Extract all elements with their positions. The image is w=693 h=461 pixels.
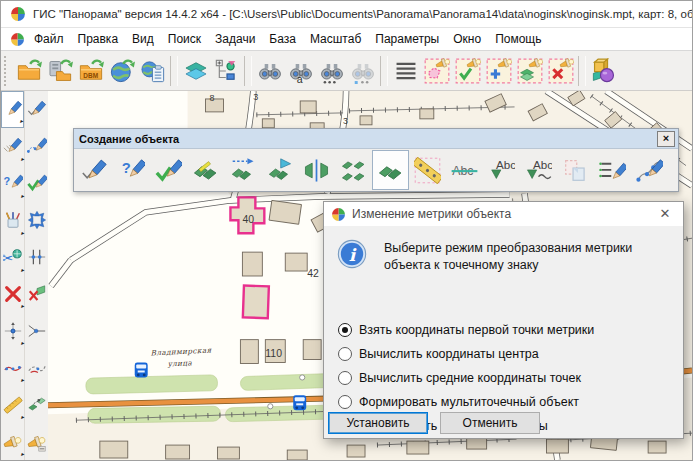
- mode-radio-option[interactable]: Вычислить координаты центра: [338, 342, 594, 366]
- highlight-clear-icon[interactable]: [545, 54, 576, 88]
- create-by-list-icon[interactable]: [594, 150, 631, 190]
- create-sign-flag-icon[interactable]: [261, 150, 298, 190]
- radio-label: Вычислить средние координаты точек: [359, 371, 581, 385]
- svg-text:DBM: DBM: [83, 71, 98, 78]
- create-query-pencil-icon[interactable]: ?: [113, 150, 150, 190]
- open-dbm-icon[interactable]: DBM: [75, 54, 106, 88]
- radio-icon[interactable]: [338, 323, 352, 337]
- scissors-icon[interactable]: ✂▸: [1, 239, 24, 276]
- query-pencil-icon[interactable]: ?▸: [1, 165, 24, 202]
- text-title-icon[interactable]: Abc: [483, 150, 520, 190]
- dropdown-arrow-icon: ▸: [21, 377, 24, 383]
- open-internet-map-icon[interactable]: [106, 54, 137, 88]
- text-strike-icon[interactable]: Abc: [446, 150, 483, 190]
- edit-pencil-icon[interactable]: ▸: [1, 91, 24, 128]
- create-sign-line-icon[interactable]: [187, 150, 224, 190]
- mode-radio-option[interactable]: Формировать мультиточечный объект: [338, 390, 594, 414]
- flashlight-select-icon[interactable]: [25, 423, 48, 460]
- open-map-folder-icon[interactable]: [13, 54, 44, 88]
- toolbar-grip[interactable]: [4, 56, 10, 86]
- menu-item[interactable]: Параметры: [368, 30, 446, 48]
- copy-sign-icon[interactable]: [25, 386, 48, 423]
- radio-label: Взять координаты первой точки метрики: [359, 323, 594, 337]
- edit-curve-icon[interactable]: ▸: [1, 349, 24, 386]
- move-point-icon[interactable]: ▸: [1, 312, 24, 349]
- dialog-button[interactable]: Отменить: [440, 412, 540, 434]
- check-pencil-icon[interactable]: [25, 91, 48, 128]
- menu-item[interactable]: Задачи: [208, 30, 262, 48]
- highlight-accept-icon[interactable]: [452, 54, 483, 88]
- find-by-name-icon[interactable]: a: [285, 54, 316, 88]
- flashlight-icon[interactable]: ▸: [1, 423, 24, 460]
- svg-text:?: ?: [122, 159, 131, 175]
- dropdown-arrow-icon: ▸: [21, 340, 24, 346]
- toolbar-separator: [380, 56, 388, 86]
- find-icon[interactable]: [254, 54, 285, 88]
- open-database-icon[interactable]: [44, 54, 75, 88]
- main-toolbar: DBMa: [1, 51, 692, 91]
- dropdown-arrow-icon: ▸: [21, 156, 24, 162]
- radio-label: Вычислить координаты центра: [359, 347, 539, 361]
- multi-sign-icon[interactable]: [335, 150, 372, 190]
- map-passport-icon[interactable]: [137, 54, 168, 88]
- close-icon[interactable]: ✕: [647, 202, 683, 226]
- delete-part-icon[interactable]: [25, 276, 48, 313]
- dropdown-arrow-icon: ▸: [21, 414, 24, 420]
- create-line-pencil-icon[interactable]: [76, 150, 113, 190]
- close-icon[interactable]: ×: [657, 131, 675, 147]
- highlight-add-icon[interactable]: [483, 54, 514, 88]
- street-name: улица: [166, 358, 192, 368]
- find-inactive-icon[interactable]: [347, 54, 378, 88]
- svg-text:?: ?: [3, 175, 10, 187]
- dialog-button[interactable]: Установить: [328, 412, 428, 434]
- radio-icon[interactable]: [338, 395, 352, 409]
- create-spline-icon[interactable]: [631, 150, 668, 190]
- dialog-titlebar[interactable]: Изменение метрики объекта ✕: [324, 202, 683, 226]
- highlight-area-icon[interactable]: [421, 54, 452, 88]
- dropdown-arrow-icon: ▸: [21, 193, 24, 199]
- house-number: 42: [307, 268, 319, 279]
- objects-3d-icon[interactable]: [588, 54, 619, 88]
- map-contents-icon[interactable]: [211, 54, 242, 88]
- text-wave-icon[interactable]: Abc: [520, 150, 557, 190]
- topology-icon[interactable]: [25, 239, 48, 276]
- menu-item[interactable]: Правка: [71, 30, 126, 48]
- menu-item[interactable]: Вид: [125, 30, 161, 48]
- pair-sign-icon[interactable]: [372, 150, 409, 190]
- radio-icon[interactable]: [338, 347, 352, 361]
- hatch-pencil-icon[interactable]: ▸: [1, 128, 24, 165]
- mode-radio-option[interactable]: Вычислить средние координаты точек: [338, 366, 594, 390]
- delete-cross-icon[interactable]: ▸: [1, 276, 24, 313]
- edit-panel: ▸▸?▸▸✂▸▸▸▸▸▸: [1, 91, 49, 460]
- menu-item[interactable]: Поиск: [161, 30, 208, 48]
- menu-item[interactable]: База: [262, 30, 303, 48]
- radio-icon[interactable]: [338, 371, 352, 385]
- menu-item[interactable]: Файл: [27, 30, 71, 48]
- slope-sign-icon[interactable]: [409, 150, 446, 190]
- create-sign-dots-icon[interactable]: [224, 150, 261, 190]
- find-next-icon[interactable]: [316, 54, 347, 88]
- approve-pencil-icon[interactable]: [25, 165, 48, 202]
- house-number: 3: [343, 116, 348, 126]
- toolbar-separator: [578, 56, 586, 86]
- junction-icon[interactable]: [25, 312, 48, 349]
- paint-tools-icon[interactable]: ▸: [1, 202, 24, 239]
- radio-label: Формировать мультиточечный объект: [359, 395, 579, 409]
- move-star-icon[interactable]: [25, 202, 48, 239]
- split-sign-icon[interactable]: [298, 150, 335, 190]
- select-by-list-icon[interactable]: [390, 54, 421, 88]
- house-number: 40: [242, 214, 254, 225]
- svg-text:Abc: Abc: [533, 157, 552, 170]
- create-approve-pencil-icon[interactable]: [150, 150, 187, 190]
- menu-item[interactable]: Масштаб: [303, 30, 368, 48]
- spline-pencil-icon[interactable]: [25, 128, 48, 165]
- highlight-layers-icon[interactable]: [514, 54, 545, 88]
- mode-radio-option[interactable]: Взять координаты первой точки метрики: [338, 318, 594, 342]
- menu-item[interactable]: Помощь: [488, 30, 548, 48]
- menu-item[interactable]: Окно: [446, 30, 488, 48]
- layers-icon[interactable]: [180, 54, 211, 88]
- paste-object-icon[interactable]: [557, 150, 594, 190]
- ruler-icon[interactable]: ▸: [1, 386, 24, 423]
- creation-toolbar-titlebar[interactable]: Создание объекта ×: [74, 129, 678, 149]
- smooth-curve-icon[interactable]: [25, 349, 48, 386]
